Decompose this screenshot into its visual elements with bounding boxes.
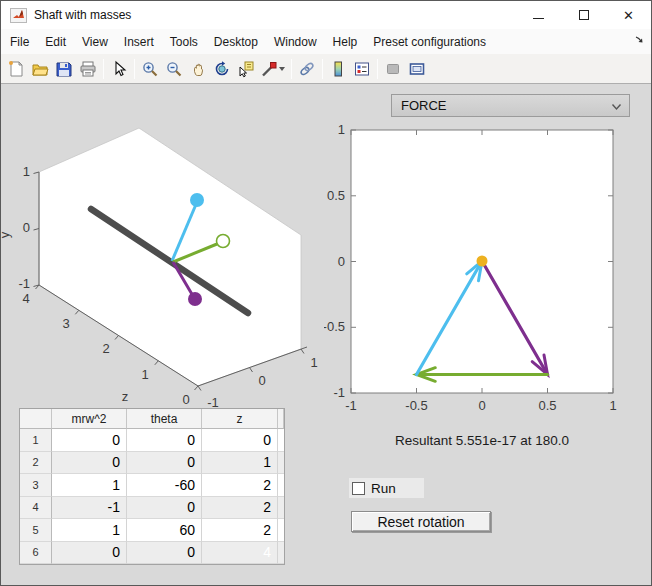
brush-dropdown-caret[interactable] — [279, 67, 285, 71]
dock-figure-icon[interactable] — [634, 34, 645, 45]
row-number[interactable]: 1 — [20, 429, 52, 452]
menu-item-window[interactable]: Window — [266, 31, 325, 53]
menu-item-desktop[interactable]: Desktop — [206, 31, 266, 53]
data-cursor-icon — [237, 60, 255, 78]
cell-mrw2[interactable]: 0 — [52, 429, 127, 452]
cell-mrw2[interactable]: 0 — [52, 542, 127, 565]
insert-colorbar-button[interactable] — [326, 57, 350, 81]
cell-z-selected[interactable]: 4 — [202, 542, 278, 565]
cell-theta[interactable]: 0 — [127, 452, 202, 475]
cell-theta[interactable]: -60 — [127, 474, 202, 497]
y-tick: -1 — [333, 385, 345, 400]
shaft-3d-plot[interactable]: 1 0 -1 y 4 3 2 1 0 z -1 0 1 — [1, 120, 331, 415]
y-axis-label: y — [1, 231, 12, 238]
table-row: 5 1 60 2 — [20, 519, 284, 542]
force-polygon-plot: -1 -0.5 0 0.5 1 1 0.5 0 -0.5 -1 — [324, 120, 652, 420]
rotate-3d-icon — [213, 60, 231, 78]
column-header-theta: theta — [127, 409, 202, 429]
reset-rotation-label: Reset rotation — [377, 514, 464, 530]
menu-item-insert[interactable]: Insert — [116, 31, 162, 53]
close-button[interactable]: ✕ — [606, 1, 651, 29]
open-file-button[interactable] — [28, 57, 52, 81]
window-controls: ✕ — [516, 1, 651, 29]
cell-z[interactable]: 2 — [202, 519, 278, 542]
run-checkbox-control[interactable]: Run — [349, 478, 424, 498]
z-tick: 0 — [182, 392, 189, 407]
pan-hand-icon — [189, 60, 207, 78]
menu-item-view[interactable]: View — [74, 31, 116, 53]
y-tick: 1 — [338, 122, 345, 137]
row-number[interactable]: 3 — [20, 474, 52, 497]
link-plots-button[interactable] — [295, 57, 319, 81]
display-mode-dropdown[interactable]: FORCE — [391, 94, 630, 117]
menu-item-file[interactable]: File — [2, 31, 37, 53]
zoom-out-button[interactable] — [162, 57, 186, 81]
hide-plot-tools-icon — [384, 60, 402, 78]
cell-mrw2[interactable]: 0 — [52, 452, 127, 475]
table-header-row: mrw^2 theta z — [20, 409, 284, 429]
cell-theta[interactable]: 0 — [127, 497, 202, 520]
insert-legend-button[interactable] — [350, 57, 374, 81]
z-tick: 4 — [22, 291, 29, 306]
maximize-button[interactable] — [561, 1, 606, 29]
row-number[interactable]: 4 — [20, 497, 52, 520]
cell-z[interactable]: 2 — [202, 497, 278, 520]
run-checkbox-label[interactable]: Run — [371, 481, 396, 496]
run-checkbox[interactable] — [352, 482, 365, 495]
matlab-logo-icon — [10, 8, 27, 23]
arrow-cursor-icon — [110, 60, 128, 78]
toolbar-separator — [134, 59, 135, 79]
row-number[interactable]: 5 — [20, 519, 52, 542]
x-tick: -1 — [345, 398, 357, 413]
new-figure-icon — [7, 60, 25, 78]
reset-rotation-button[interactable]: Reset rotation — [351, 511, 491, 532]
menu-bar: File Edit View Insert Tools Desktop Wind… — [1, 29, 651, 54]
row-number[interactable]: 6 — [20, 542, 52, 565]
cell-z[interactable]: 0 — [202, 429, 278, 452]
print-icon — [79, 60, 97, 78]
menu-item-preset-configurations[interactable]: Preset configurations — [365, 31, 494, 53]
toolbar-separator — [103, 59, 104, 79]
resultant-text: Resultant 5.551e-17 at 180.0 — [352, 433, 612, 448]
minimize-button[interactable] — [516, 1, 561, 29]
maximize-icon — [579, 10, 589, 20]
zoom-in-button[interactable] — [138, 57, 162, 81]
pan-button[interactable] — [186, 57, 210, 81]
x-tick: 0 — [478, 398, 485, 413]
zoom-out-icon — [165, 60, 183, 78]
cell-theta[interactable]: 0 — [127, 542, 202, 565]
edit-plot-button[interactable] — [107, 57, 131, 81]
x-tick: 1 — [310, 355, 317, 370]
menu-item-edit[interactable]: Edit — [37, 31, 74, 53]
cell-mrw2[interactable]: 1 — [52, 474, 127, 497]
y-tick: 0 — [23, 220, 30, 235]
cell-mrw2[interactable]: 1 — [52, 519, 127, 542]
new-figure-button[interactable] — [4, 57, 28, 81]
toolbar-separator — [377, 59, 378, 79]
cell-theta[interactable]: 60 — [127, 519, 202, 542]
print-figure-button[interactable] — [76, 57, 100, 81]
window-title: Shaft with masses — [34, 8, 131, 22]
cell-z[interactable]: 2 — [202, 474, 278, 497]
brush-data-button[interactable] — [258, 57, 288, 81]
cell-mrw2[interactable]: -1 — [52, 497, 127, 520]
z-tick: 3 — [62, 316, 69, 331]
cell-z[interactable]: 1 — [202, 452, 278, 475]
rotate-3d-button[interactable] — [210, 57, 234, 81]
row-number[interactable]: 2 — [20, 452, 52, 475]
hide-plot-tools-button[interactable] — [381, 57, 405, 81]
menu-item-help[interactable]: Help — [325, 31, 366, 53]
legend-icon — [353, 60, 371, 78]
y-tick: 0 — [338, 254, 345, 269]
matlab-figure-window: Shaft with masses ✕ File Edit View Inser… — [0, 0, 652, 586]
menu-item-tools[interactable]: Tools — [162, 31, 206, 53]
show-plot-tools-button[interactable] — [405, 57, 429, 81]
minimize-icon — [533, 18, 544, 19]
x-tick: 1 — [609, 398, 616, 413]
cell-theta[interactable]: 0 — [127, 429, 202, 452]
brush-icon — [260, 60, 278, 78]
save-figure-button[interactable] — [52, 57, 76, 81]
figure-toolbar — [1, 54, 651, 84]
data-cursor-button[interactable] — [234, 57, 258, 81]
zoom-in-icon — [141, 60, 159, 78]
